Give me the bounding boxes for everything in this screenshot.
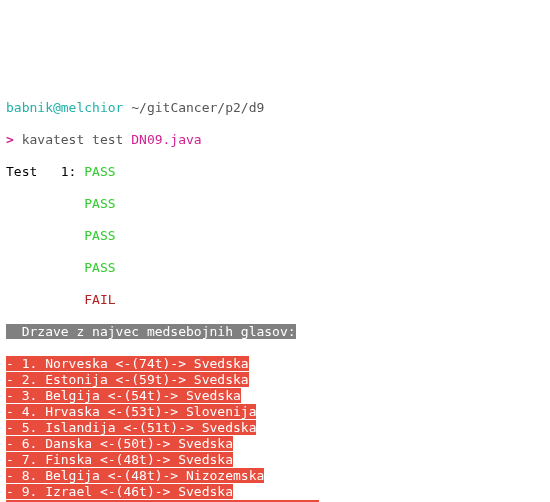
- diff-minus-text: - 1. Norveska <-(74t)-> Svedska: [6, 356, 249, 371]
- diff-minus-text: - 3. Belgija <-(54t)-> Svedska: [6, 388, 241, 403]
- diff-minus-line: - 4. Hrvaska <-(53t)-> Slovenija: [6, 404, 544, 420]
- prompt-symbol: >: [6, 132, 14, 147]
- diff-minus-text: - 2. Estonija <-(59t)-> Svedska: [6, 372, 249, 387]
- test-indent: [6, 260, 84, 275]
- prompt-host: melchior: [61, 100, 124, 115]
- terminal[interactable]: babnik@melchior ~/gitCancer/p2/d9 > kava…: [0, 80, 550, 502]
- diff-minus-text: - 9. Izrael <-(46t)-> Svedska: [6, 484, 233, 499]
- test-result-line: PASS: [6, 228, 544, 244]
- command-text: kavatest test: [22, 132, 132, 147]
- test-indent: [6, 292, 84, 307]
- test-result-line: FAIL: [6, 292, 544, 308]
- command-line: > kavatest test DN09.java: [6, 132, 544, 148]
- diff-minus-text: - 6. Danska <-(50t)-> Svedska: [6, 436, 233, 451]
- diff-minus-line: - 3. Belgija <-(54t)-> Svedska: [6, 388, 544, 404]
- diff-minus-line: - 2. Estonija <-(59t)-> Svedska: [6, 372, 544, 388]
- test-indent: [6, 228, 84, 243]
- diff-header-line: Drzave z najvec medsebojnih glasov:: [6, 324, 544, 340]
- diff-minus-line: - 1. Norveska <-(74t)-> Svedska: [6, 356, 544, 372]
- test-label: Test 1:: [6, 164, 84, 179]
- diff-minus-line: - 8. Belgija <-(48t)-> Nizozemska: [6, 468, 544, 484]
- test-result: PASS: [84, 196, 115, 211]
- diff-minus-text: - 4. Hrvaska <-(53t)-> Slovenija: [6, 404, 256, 419]
- prompt-cwd: ~/gitCancer/p2/d9: [123, 100, 264, 115]
- test-indent: [6, 196, 84, 211]
- diff-minus-line: - 6. Danska <-(50t)-> Svedska: [6, 436, 544, 452]
- diff-minus-text: - 7. Finska <-(48t)-> Svedska: [6, 452, 233, 467]
- diff-minus-line: - 5. Islandija <-(51t)-> Svedska: [6, 420, 544, 436]
- test-result-line: Test 1: PASS: [6, 164, 544, 180]
- prompt-at: @: [53, 100, 61, 115]
- diff-minus-line: - 9. Izrael <-(46t)-> Svedska: [6, 484, 544, 500]
- test-result: PASS: [84, 164, 115, 179]
- diff-minus-text: - 8. Belgija <-(48t)-> Nizozemska: [6, 468, 264, 483]
- diff-minus-block: - 1. Norveska <-(74t)-> Svedska- 2. Esto…: [6, 356, 544, 502]
- test-result: PASS: [84, 260, 115, 275]
- prompt-line: babnik@melchior ~/gitCancer/p2/d9: [6, 100, 544, 116]
- test-result-line: PASS: [6, 260, 544, 276]
- diff-minus-text: - 5. Islandija <-(51t)-> Svedska: [6, 420, 256, 435]
- prompt-user: babnik: [6, 100, 53, 115]
- test-result-line: PASS: [6, 196, 544, 212]
- test-result: PASS: [84, 228, 115, 243]
- test-result-fail: FAIL: [84, 292, 115, 307]
- diff-header: Drzave z najvec medsebojnih glasov:: [6, 324, 296, 339]
- diff-minus-line: - 7. Finska <-(48t)-> Svedska: [6, 452, 544, 468]
- command-arg: DN09.java: [131, 132, 201, 147]
